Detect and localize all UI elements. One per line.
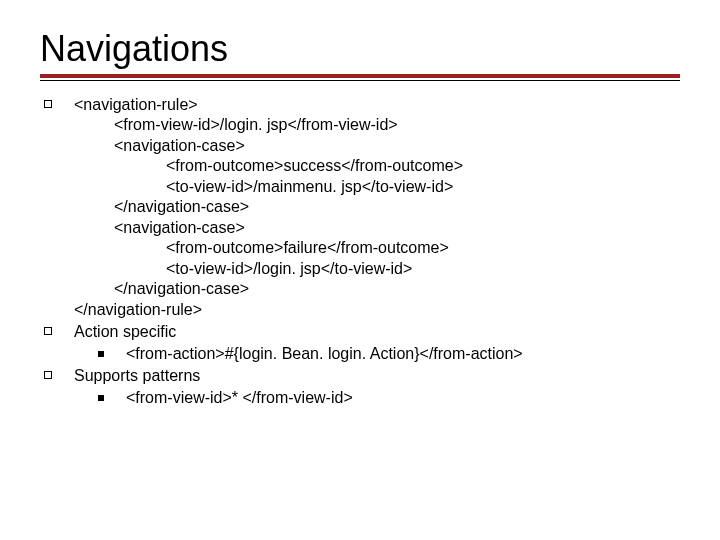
list-item-content: <navigation-rule> <from-view-id>/login. … (74, 95, 680, 320)
list-item-content: Supports patterns <from-view-id>* </from… (74, 366, 680, 408)
rule-thin (40, 80, 680, 81)
square-bullet-icon (44, 100, 52, 108)
bullet-heading: Supports patterns (74, 366, 680, 386)
square-bullet-icon (44, 327, 52, 335)
square-bullet-filled-icon (98, 395, 104, 401)
bullet-heading: Action specific (74, 322, 680, 342)
code-line: </navigation-case> (74, 197, 680, 217)
slide-body: <navigation-rule> <from-view-id>/login. … (40, 95, 680, 408)
rule-thick (40, 74, 680, 78)
code-line: <navigation-rule> (74, 95, 680, 115)
square-bullet-filled-icon (98, 351, 104, 357)
list-item-content: Action specific <from-action>#{login. Be… (74, 322, 680, 364)
slide: Navigations <navigation-rule> <from-view… (0, 0, 720, 540)
list-item: Supports patterns <from-view-id>* </from… (44, 366, 680, 408)
code-line: <navigation-case> (74, 218, 680, 238)
list-item: <navigation-rule> <from-view-id>/login. … (44, 95, 680, 320)
code-line: <from-action>#{login. Bean. login. Actio… (126, 344, 523, 364)
code-line: </navigation-case> (74, 279, 680, 299)
title-rule (40, 74, 680, 81)
code-line: <from-outcome>success</from-outcome> (74, 156, 680, 176)
page-title: Navigations (40, 28, 680, 70)
code-line: <from-outcome>failure</from-outcome> (74, 238, 680, 258)
sub-list-item: <from-action>#{login. Bean. login. Actio… (74, 344, 680, 364)
sub-list-item: <from-view-id>* </from-view-id> (74, 388, 680, 408)
code-line: <from-view-id>* </from-view-id> (126, 388, 353, 408)
code-line: <to-view-id>/login. jsp</to-view-id> (74, 259, 680, 279)
code-line: </navigation-rule> (74, 300, 680, 320)
square-bullet-icon (44, 371, 52, 379)
list-item: Action specific <from-action>#{login. Be… (44, 322, 680, 364)
code-line: <navigation-case> (74, 136, 680, 156)
code-line: <to-view-id>/mainmenu. jsp</to-view-id> (74, 177, 680, 197)
code-line: <from-view-id>/login. jsp</from-view-id> (74, 115, 680, 135)
